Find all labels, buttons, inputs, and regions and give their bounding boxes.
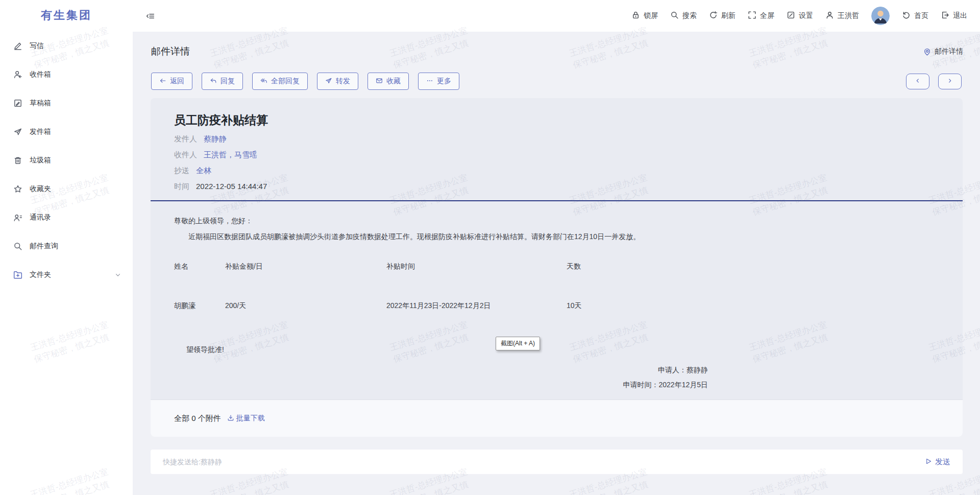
settings-icon (787, 11, 795, 21)
reply-icon (210, 77, 217, 86)
location-badge: 邮件详情 (923, 47, 963, 56)
subsidy-table: 姓名 补贴金额/日 补贴时间 天数 胡鹏濠 200/天 2022年11月23日-… (174, 262, 939, 311)
home-button[interactable]: 首页 (902, 11, 928, 21)
sidebar-item-contacts[interactable]: 通讯录 (0, 203, 133, 232)
sidebar-item-folders[interactable]: 文件夹 (0, 261, 133, 289)
mail-app-window: 有生集团 写信 收件箱 草稿箱 发件箱 垃圾箱 (0, 0, 980, 495)
sidebar-item-inbox[interactable]: 收件箱 (0, 60, 133, 89)
forward-icon (325, 77, 332, 86)
applicant-value: 蔡静静 (687, 366, 708, 374)
topbar-label: 首页 (914, 11, 928, 20)
button-label: 转发 (336, 77, 350, 86)
time-value: 2022-12-05 14:44:47 (196, 181, 267, 192)
forward-button[interactable]: 转发 (317, 73, 358, 90)
batch-download-label: 批量下载 (236, 414, 265, 423)
attachments-bar: 全部 0 个附件 批量下载 (151, 399, 963, 437)
reply-all-button[interactable]: 全部回复 (252, 73, 308, 90)
applicant-block: 申请人：蔡静静 申请时间：2022年12月5日 (174, 363, 708, 392)
sidebar: 有生集团 写信 收件箱 草稿箱 发件箱 垃圾箱 (0, 0, 133, 495)
table-cell-amount: 200/天 (225, 271, 386, 311)
sidebar-item-label: 发件箱 (30, 127, 51, 136)
topbar-label: 搜索 (682, 11, 697, 20)
contacts-icon (13, 213, 22, 222)
sidebar-item-label: 邮件查询 (30, 242, 58, 251)
logout-button[interactable]: 退出 (941, 11, 967, 21)
topbar-label: 全屏 (760, 11, 774, 20)
trash-icon (13, 156, 22, 165)
sidebar-item-sent[interactable]: 发件箱 (0, 117, 133, 146)
from-label: 发件人 (174, 133, 197, 144)
mail-head: 员工防疫补贴结算 发件人 蔡静静 收件人 王洪哲，马雪瑶 抄送 全林 时间 20… (151, 98, 963, 192)
settings-button[interactable]: 设置 (787, 11, 813, 21)
body-closing: 望领导批准! (174, 344, 939, 355)
table-header-name: 姓名 (174, 262, 225, 271)
compose-icon (13, 41, 22, 51)
button-label: 回复 (220, 77, 235, 86)
mail-subject: 员工防疫补贴结算 (174, 112, 939, 128)
cc-value[interactable]: 全林 (196, 165, 211, 176)
to-value[interactable]: 王洪哲，马雪瑶 (204, 149, 257, 160)
avatar[interactable] (871, 7, 890, 25)
attachments-summary: 全部 0 个附件 (174, 414, 221, 423)
sent-icon (13, 127, 22, 136)
send-icon (925, 458, 932, 466)
home-icon (902, 11, 911, 21)
mail-meta-to: 收件人 王洪哲，马雪瑶 (174, 149, 939, 160)
apply-time-line: 申请时间：2022年12月5日 (174, 378, 708, 392)
sidebar-item-trash[interactable]: 垃圾箱 (0, 146, 133, 175)
download-icon (227, 414, 234, 423)
back-button[interactable]: 返回 (151, 73, 192, 90)
collapse-menu-icon[interactable] (146, 12, 155, 20)
sidebar-item-label: 收件箱 (30, 70, 51, 79)
button-label: 更多 (437, 77, 451, 86)
lock-icon (631, 11, 640, 21)
sidebar-item-favorites[interactable]: 收藏夹 (0, 175, 133, 203)
location-label: 邮件详情 (935, 47, 963, 56)
quick-send-bar: 发送 (151, 450, 963, 474)
mail-body: 尊敬的上级领导，您好： 近期福田区数据团队成员胡鹏濠被抽调沙头街道参加疫情数据处… (151, 201, 963, 399)
button-label: 返回 (170, 77, 184, 86)
more-dots-icon (426, 77, 433, 86)
back-arrow-icon (159, 77, 166, 86)
table-header-amount: 补贴金额/日 (225, 262, 386, 271)
chevron-left-icon (914, 77, 921, 86)
search-icon (670, 11, 679, 21)
sidebar-item-drafts[interactable]: 草稿箱 (0, 89, 133, 117)
mail-meta-cc: 抄送 全林 (174, 165, 939, 176)
topbar-label: 刷新 (721, 11, 736, 20)
fullscreen-button[interactable]: 全屏 (748, 11, 774, 21)
collect-mail-icon (376, 77, 383, 86)
from-value[interactable]: 蔡静静 (204, 133, 227, 144)
apply-time-value: 2022年12月5日 (658, 381, 708, 389)
fullscreen-icon (748, 11, 756, 21)
send-button[interactable]: 发送 (925, 457, 950, 467)
sidebar-item-mail-search[interactable]: 邮件查询 (0, 232, 133, 261)
button-label: 全部回复 (271, 77, 300, 86)
main-content: 邮件详情 邮件详情 返回 回复 全部回复 转发 (133, 32, 980, 495)
page-head: 邮件详情 邮件详情 (133, 32, 980, 58)
sidebar-item-label: 垃圾箱 (30, 156, 51, 165)
body-paragraph: 近期福田区数据团队成员胡鹏濠被抽调沙头街道参加疫情数据处理工作。现根据防疫补贴标… (174, 231, 939, 242)
prev-mail-button[interactable] (906, 74, 929, 89)
table-cell-name: 胡鹏濠 (174, 271, 225, 311)
refresh-icon (709, 11, 718, 21)
mail-meta-time: 时间 2022-12-05 14:44:47 (174, 181, 939, 192)
current-user[interactable]: 王洪哲 (825, 11, 859, 21)
quick-send-input[interactable] (163, 458, 925, 466)
reply-button[interactable]: 回复 (202, 73, 243, 90)
mail-meta-from: 发件人 蔡静静 (174, 133, 939, 144)
sidebar-item-compose[interactable]: 写信 (0, 32, 133, 60)
cc-label: 抄送 (174, 165, 189, 176)
refresh-button[interactable]: 刷新 (709, 11, 736, 21)
collect-button[interactable]: 收藏 (368, 73, 409, 90)
next-mail-button[interactable] (938, 74, 962, 89)
batch-download-button[interactable]: 批量下载 (227, 414, 265, 423)
brand-logo: 有生集团 (0, 0, 133, 31)
more-button[interactable]: 更多 (418, 73, 459, 90)
table-header-period: 补贴时间 (386, 262, 567, 271)
apply-time-label: 申请时间： (623, 381, 658, 389)
logout-icon (941, 11, 949, 21)
search-button[interactable]: 搜索 (670, 11, 697, 21)
chevron-down-icon[interactable] (114, 271, 121, 278)
lock-screen-button[interactable]: 锁屏 (631, 11, 658, 21)
